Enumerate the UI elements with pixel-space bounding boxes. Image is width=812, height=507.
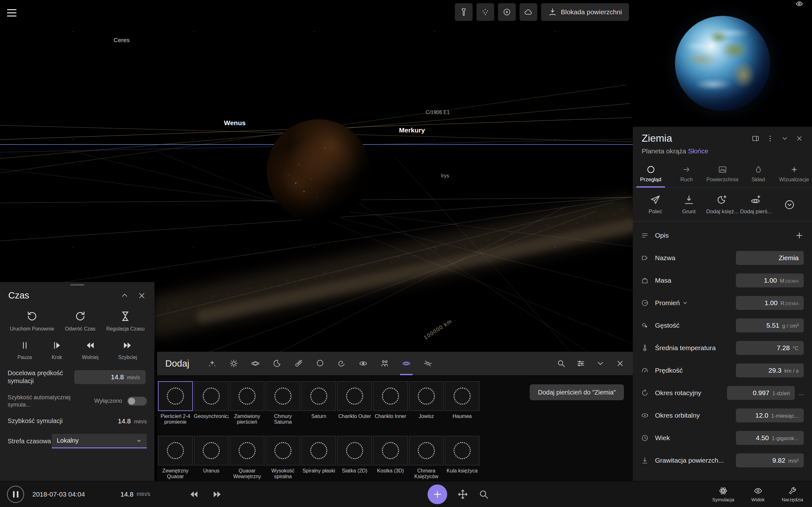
faster-button[interactable]: Szybciej xyxy=(118,340,137,360)
sun-icon xyxy=(229,359,238,368)
filter-sliders-icon[interactable] xyxy=(576,359,585,368)
add-item-tile[interactable]: Kostka (3D) xyxy=(373,436,408,480)
collapse-time-panel-button[interactable] xyxy=(120,291,129,300)
add-item-tile[interactable]: Haumea xyxy=(445,381,479,426)
add-item-tile[interactable]: Quaoar Wewnętrzny xyxy=(230,436,264,480)
restart-button[interactable]: Uruchom Ponownie xyxy=(10,310,54,332)
target-speed-field[interactable]: 14.8 min/s xyxy=(74,370,146,384)
ground-button[interactable]: Grunt xyxy=(672,194,706,215)
reverse-time-button[interactable]: Odwróć Czas xyxy=(65,310,96,332)
add-item-tile[interactable]: Wysokość spiralna xyxy=(265,436,300,480)
surface-lock-button[interactable]: Blokada powierzchni xyxy=(541,3,629,21)
more-options-icon[interactable] xyxy=(766,135,774,142)
add-moon-button[interactable]: Dodaj księż... xyxy=(706,194,740,215)
bottom-speed-unit: min/s xyxy=(137,491,150,498)
orbital-period-field[interactable]: 12.01-miesiąc... xyxy=(736,408,804,422)
category-stars[interactable] xyxy=(208,352,217,375)
add-item-tile[interactable]: Kula księżyca xyxy=(445,436,479,480)
tab-sklad[interactable]: Skład xyxy=(740,162,776,187)
earth-night-planet[interactable] xyxy=(267,119,370,222)
tab-przeglad[interactable]: Przegląd xyxy=(633,162,669,187)
category-galaxy[interactable] xyxy=(337,352,346,375)
collapse-chevron-icon[interactable] xyxy=(781,135,789,142)
panel-layout-icon[interactable] xyxy=(752,135,759,142)
add-item-tile[interactable]: Pierścień 2-4 promienie xyxy=(158,381,193,426)
add-item-tile[interactable]: Uranus xyxy=(194,436,229,480)
add-item-tile[interactable]: Chariklo Outer xyxy=(337,381,372,426)
tab-wizualizacje[interactable]: Wizualizacje xyxy=(776,162,812,187)
search-icon[interactable] xyxy=(557,359,565,368)
expand-chevron-icon[interactable] xyxy=(682,300,688,306)
move-tool-button[interactable] xyxy=(457,489,468,500)
close-time-panel-button[interactable] xyxy=(137,291,146,300)
name-field[interactable]: Ziemia xyxy=(736,251,804,265)
add-item-tile[interactable]: Spiralny płaski xyxy=(301,436,336,480)
rotation-period-field[interactable]: 0.9971-dzień xyxy=(727,386,795,400)
collapse-add-panel-icon[interactable] xyxy=(596,359,605,368)
nav-widok[interactable]: Widok xyxy=(751,487,765,502)
orbit-button[interactable] xyxy=(498,3,516,21)
category-asteroid[interactable] xyxy=(316,352,324,375)
add-item-tile[interactable]: Chmury Saturna xyxy=(265,381,300,426)
visibility-eye-icon[interactable] xyxy=(796,0,803,8)
more-actions-button[interactable] xyxy=(773,199,806,210)
label-ceres[interactable]: Ceres xyxy=(113,37,130,44)
time-regulation-button[interactable]: Regulacja Czasu xyxy=(106,310,145,332)
add-item-tile[interactable]: Saturn xyxy=(301,381,336,426)
gravity-field[interactable]: 9.82m/s² xyxy=(736,453,804,467)
particles-button[interactable] xyxy=(476,3,494,21)
category-sun[interactable] xyxy=(229,352,238,375)
add-item-tile[interactable]: Siatka (2D) xyxy=(337,436,372,480)
add-item-tile[interactable]: Jowisz xyxy=(409,381,444,426)
slower-bottom-button[interactable] xyxy=(189,489,199,500)
climate-button[interactable] xyxy=(519,3,537,21)
fly-to-button[interactable]: Poleć xyxy=(639,194,672,215)
add-item-tile[interactable]: Geosynchroniczny xyxy=(194,381,229,426)
label-wenus[interactable]: Wenus xyxy=(224,119,246,127)
category-humans[interactable] xyxy=(380,352,389,375)
category-comet[interactable] xyxy=(294,352,303,375)
add-item-tile[interactable]: Chariklo Inner xyxy=(373,381,408,426)
body-preview[interactable] xyxy=(633,0,812,127)
auto-speed-toggle[interactable] xyxy=(127,397,147,406)
nav-narzedzia[interactable]: Narzędzia xyxy=(781,487,803,502)
search-tool-button[interactable] xyxy=(478,489,489,500)
add-ring-to-earth-button[interactable]: Dodaj pierścień do "Ziemia" xyxy=(530,384,624,400)
label-merkury[interactable]: Merkury xyxy=(399,126,425,134)
add-item-tile[interactable]: Zamówiony pierścień xyxy=(230,381,264,426)
close-panel-icon[interactable] xyxy=(796,135,803,142)
add-ring-button[interactable]: Dodaj pierś... xyxy=(739,194,773,215)
velocity-field[interactable]: 29.3km / s xyxy=(736,363,804,377)
category-blackhole[interactable] xyxy=(359,352,368,375)
pause-button[interactable]: Pauza xyxy=(17,340,32,360)
close-add-panel-icon[interactable] xyxy=(616,359,624,368)
menu-button[interactable] xyxy=(7,6,21,19)
slower-button[interactable]: Wolniej xyxy=(82,340,98,360)
play-pause-button[interactable] xyxy=(7,486,24,503)
label-comet[interactable]: C/1906 E1 xyxy=(426,110,450,115)
flashlight-button[interactable] xyxy=(455,3,473,21)
nav-symulacja[interactable]: Symulacja xyxy=(712,487,734,502)
add-item-tile[interactable]: Zewnętrzny Quaoar xyxy=(158,436,193,480)
parent-body-link[interactable]: Słońce xyxy=(688,147,708,155)
temperature-field[interactable]: 7.28°C xyxy=(736,341,804,355)
faster-bottom-button[interactable] xyxy=(212,489,223,500)
category-ringed-planet[interactable] xyxy=(251,352,260,375)
mass-field[interactable]: 1.00MZIEMIA xyxy=(736,274,804,287)
drag-handle[interactable] xyxy=(70,284,84,285)
age-field[interactable]: 4.501-gigarok... xyxy=(736,431,804,445)
timezone-dropdown[interactable]: Lokalny xyxy=(52,434,147,448)
add-item-tile[interactable]: Chmara Księżyców xyxy=(409,436,444,480)
category-moon[interactable] xyxy=(272,352,281,375)
radius-field[interactable]: 1.00RZIEMIA xyxy=(736,296,804,310)
rotation-more-button[interactable]: ... xyxy=(798,389,804,397)
add-object-button[interactable] xyxy=(427,485,447,504)
add-description-button[interactable] xyxy=(795,231,804,240)
density-field[interactable]: 5.51g / cm³ xyxy=(736,319,804,332)
category-rings[interactable] xyxy=(402,352,411,375)
category-spacecraft[interactable] xyxy=(423,352,432,375)
label-irys[interactable]: Irys xyxy=(441,173,449,179)
step-button[interactable]: Krok xyxy=(51,340,62,360)
tab-powierzchnia[interactable]: Powierzchnia xyxy=(705,162,740,187)
tab-ruch[interactable]: Ruch xyxy=(669,162,705,187)
